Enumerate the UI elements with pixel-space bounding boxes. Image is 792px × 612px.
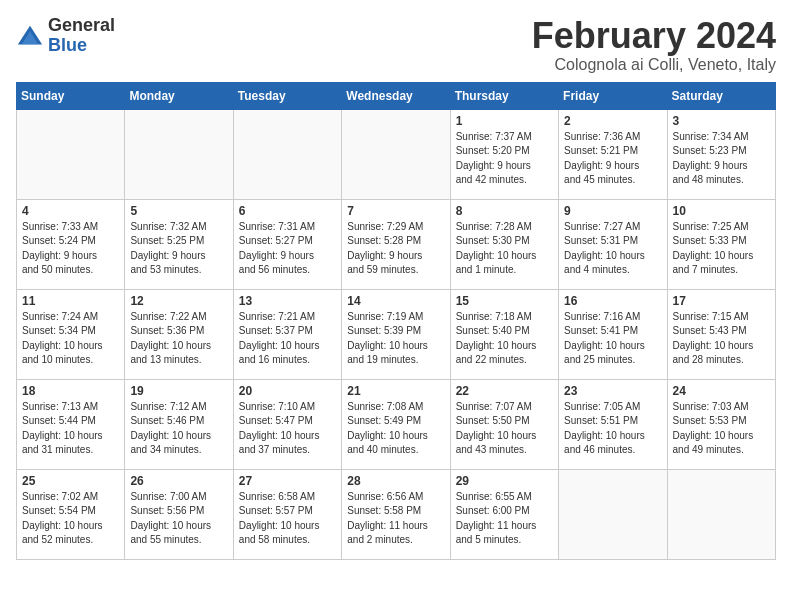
day-number: 16 (564, 294, 661, 308)
calendar-cell: 11Sunrise: 7:24 AM Sunset: 5:34 PM Dayli… (17, 289, 125, 379)
calendar-cell: 24Sunrise: 7:03 AM Sunset: 5:53 PM Dayli… (667, 379, 775, 469)
calendar-cell: 7Sunrise: 7:29 AM Sunset: 5:28 PM Daylig… (342, 199, 450, 289)
day-number: 6 (239, 204, 336, 218)
day-info: Sunrise: 6:58 AM Sunset: 5:57 PM Dayligh… (239, 490, 336, 548)
day-number: 18 (22, 384, 119, 398)
day-info: Sunrise: 7:00 AM Sunset: 5:56 PM Dayligh… (130, 490, 227, 548)
day-info: Sunrise: 7:13 AM Sunset: 5:44 PM Dayligh… (22, 400, 119, 458)
calendar-cell (667, 469, 775, 559)
day-info: Sunrise: 6:56 AM Sunset: 5:58 PM Dayligh… (347, 490, 444, 548)
header-monday: Monday (125, 82, 233, 109)
day-info: Sunrise: 7:02 AM Sunset: 5:54 PM Dayligh… (22, 490, 119, 548)
day-info: Sunrise: 7:08 AM Sunset: 5:49 PM Dayligh… (347, 400, 444, 458)
calendar-cell: 12Sunrise: 7:22 AM Sunset: 5:36 PM Dayli… (125, 289, 233, 379)
day-number: 7 (347, 204, 444, 218)
week-row-3: 18Sunrise: 7:13 AM Sunset: 5:44 PM Dayli… (17, 379, 776, 469)
day-info: Sunrise: 7:21 AM Sunset: 5:37 PM Dayligh… (239, 310, 336, 368)
page-header: General Blue February 2024 Colognola ai … (16, 16, 776, 74)
day-info: Sunrise: 7:05 AM Sunset: 5:51 PM Dayligh… (564, 400, 661, 458)
calendar-cell (559, 469, 667, 559)
day-info: Sunrise: 7:22 AM Sunset: 5:36 PM Dayligh… (130, 310, 227, 368)
calendar-cell: 23Sunrise: 7:05 AM Sunset: 5:51 PM Dayli… (559, 379, 667, 469)
day-info: Sunrise: 7:18 AM Sunset: 5:40 PM Dayligh… (456, 310, 553, 368)
day-number: 21 (347, 384, 444, 398)
calendar-cell: 9Sunrise: 7:27 AM Sunset: 5:31 PM Daylig… (559, 199, 667, 289)
day-number: 15 (456, 294, 553, 308)
location-title: Colognola ai Colli, Veneto, Italy (532, 56, 776, 74)
calendar-cell: 13Sunrise: 7:21 AM Sunset: 5:37 PM Dayli… (233, 289, 341, 379)
calendar-cell: 14Sunrise: 7:19 AM Sunset: 5:39 PM Dayli… (342, 289, 450, 379)
day-info: Sunrise: 7:15 AM Sunset: 5:43 PM Dayligh… (673, 310, 770, 368)
day-number: 26 (130, 474, 227, 488)
day-info: Sunrise: 7:34 AM Sunset: 5:23 PM Dayligh… (673, 130, 770, 188)
header-friday: Friday (559, 82, 667, 109)
header-saturday: Saturday (667, 82, 775, 109)
calendar-cell: 22Sunrise: 7:07 AM Sunset: 5:50 PM Dayli… (450, 379, 558, 469)
day-number: 2 (564, 114, 661, 128)
calendar-cell (125, 109, 233, 199)
day-number: 20 (239, 384, 336, 398)
calendar-cell: 8Sunrise: 7:28 AM Sunset: 5:30 PM Daylig… (450, 199, 558, 289)
calendar-cell: 10Sunrise: 7:25 AM Sunset: 5:33 PM Dayli… (667, 199, 775, 289)
day-info: Sunrise: 7:25 AM Sunset: 5:33 PM Dayligh… (673, 220, 770, 278)
calendar-cell: 18Sunrise: 7:13 AM Sunset: 5:44 PM Dayli… (17, 379, 125, 469)
day-number: 13 (239, 294, 336, 308)
day-number: 28 (347, 474, 444, 488)
day-number: 29 (456, 474, 553, 488)
day-info: Sunrise: 7:36 AM Sunset: 5:21 PM Dayligh… (564, 130, 661, 188)
calendar-cell: 3Sunrise: 7:34 AM Sunset: 5:23 PM Daylig… (667, 109, 775, 199)
day-info: Sunrise: 7:10 AM Sunset: 5:47 PM Dayligh… (239, 400, 336, 458)
day-number: 24 (673, 384, 770, 398)
calendar-cell: 5Sunrise: 7:32 AM Sunset: 5:25 PM Daylig… (125, 199, 233, 289)
calendar-cell: 17Sunrise: 7:15 AM Sunset: 5:43 PM Dayli… (667, 289, 775, 379)
day-number: 22 (456, 384, 553, 398)
day-number: 27 (239, 474, 336, 488)
day-number: 19 (130, 384, 227, 398)
day-number: 5 (130, 204, 227, 218)
logo-icon (16, 22, 44, 50)
logo-general: General (48, 16, 115, 36)
week-row-0: 1Sunrise: 7:37 AM Sunset: 5:20 PM Daylig… (17, 109, 776, 199)
day-number: 9 (564, 204, 661, 218)
calendar-header-row: SundayMondayTuesdayWednesdayThursdayFrid… (17, 82, 776, 109)
calendar-cell: 28Sunrise: 6:56 AM Sunset: 5:58 PM Dayli… (342, 469, 450, 559)
day-info: Sunrise: 7:19 AM Sunset: 5:39 PM Dayligh… (347, 310, 444, 368)
week-row-1: 4Sunrise: 7:33 AM Sunset: 5:24 PM Daylig… (17, 199, 776, 289)
week-row-2: 11Sunrise: 7:24 AM Sunset: 5:34 PM Dayli… (17, 289, 776, 379)
day-number: 1 (456, 114, 553, 128)
header-sunday: Sunday (17, 82, 125, 109)
calendar-cell: 29Sunrise: 6:55 AM Sunset: 6:00 PM Dayli… (450, 469, 558, 559)
calendar-cell: 20Sunrise: 7:10 AM Sunset: 5:47 PM Dayli… (233, 379, 341, 469)
week-row-4: 25Sunrise: 7:02 AM Sunset: 5:54 PM Dayli… (17, 469, 776, 559)
logo-blue: Blue (48, 36, 115, 56)
header-wednesday: Wednesday (342, 82, 450, 109)
calendar-cell: 19Sunrise: 7:12 AM Sunset: 5:46 PM Dayli… (125, 379, 233, 469)
calendar-cell (17, 109, 125, 199)
day-number: 23 (564, 384, 661, 398)
day-info: Sunrise: 7:37 AM Sunset: 5:20 PM Dayligh… (456, 130, 553, 188)
day-number: 10 (673, 204, 770, 218)
day-info: Sunrise: 7:29 AM Sunset: 5:28 PM Dayligh… (347, 220, 444, 278)
month-title: February 2024 (532, 16, 776, 56)
day-info: Sunrise: 7:07 AM Sunset: 5:50 PM Dayligh… (456, 400, 553, 458)
calendar-cell: 25Sunrise: 7:02 AM Sunset: 5:54 PM Dayli… (17, 469, 125, 559)
day-info: Sunrise: 7:03 AM Sunset: 5:53 PM Dayligh… (673, 400, 770, 458)
calendar-cell: 26Sunrise: 7:00 AM Sunset: 5:56 PM Dayli… (125, 469, 233, 559)
calendar-cell: 15Sunrise: 7:18 AM Sunset: 5:40 PM Dayli… (450, 289, 558, 379)
day-info: Sunrise: 7:28 AM Sunset: 5:30 PM Dayligh… (456, 220, 553, 278)
day-number: 14 (347, 294, 444, 308)
day-number: 11 (22, 294, 119, 308)
day-info: Sunrise: 7:24 AM Sunset: 5:34 PM Dayligh… (22, 310, 119, 368)
calendar-cell: 6Sunrise: 7:31 AM Sunset: 5:27 PM Daylig… (233, 199, 341, 289)
calendar-table: SundayMondayTuesdayWednesdayThursdayFrid… (16, 82, 776, 560)
calendar-cell: 1Sunrise: 7:37 AM Sunset: 5:20 PM Daylig… (450, 109, 558, 199)
day-number: 3 (673, 114, 770, 128)
day-info: Sunrise: 7:27 AM Sunset: 5:31 PM Dayligh… (564, 220, 661, 278)
day-info: Sunrise: 6:55 AM Sunset: 6:00 PM Dayligh… (456, 490, 553, 548)
day-info: Sunrise: 7:32 AM Sunset: 5:25 PM Dayligh… (130, 220, 227, 278)
calendar-cell (342, 109, 450, 199)
title-block: February 2024 Colognola ai Colli, Veneto… (532, 16, 776, 74)
logo: General Blue (16, 16, 115, 56)
day-number: 8 (456, 204, 553, 218)
calendar-cell: 21Sunrise: 7:08 AM Sunset: 5:49 PM Dayli… (342, 379, 450, 469)
